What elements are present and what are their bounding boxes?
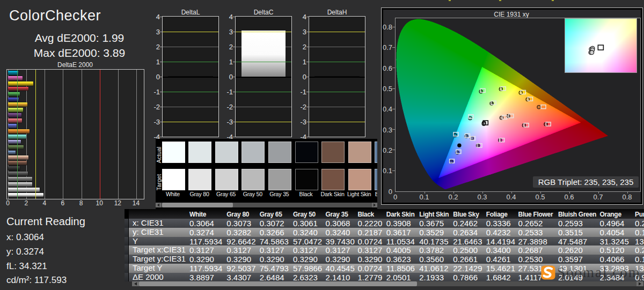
table-row-6[interactable]: Target Y117.593492.503775.479357.986640.…	[125, 264, 644, 273]
column-header-gray-50[interactable]: Gray 50	[292, 209, 325, 219]
table-cell: 0.3127	[325, 246, 357, 255]
patch-actual-gray-80[interactable]	[188, 142, 211, 163]
patch-target-blue-sky[interactable]	[375, 169, 377, 190]
column-header-purplish-blue[interactable]: Purplish Blue	[634, 209, 644, 219]
patch-actual-dark-skin[interactable]	[321, 142, 345, 163]
delta-bar	[241, 31, 286, 77]
patch-actual-black[interactable]	[295, 142, 318, 163]
patch-target-white[interactable]	[162, 169, 185, 190]
x-tick-label: 8	[79, 199, 83, 207]
strip-scrollbar-thumb[interactable]	[162, 203, 233, 207]
patch-target-gray-80[interactable]	[188, 169, 211, 190]
scroll-right-button[interactable]	[636, 281, 643, 286]
table-cell: 3.4307	[225, 273, 258, 281]
table-row-1[interactable]: x: CIE310.30640.30730.30720.30610.30680.…	[125, 219, 644, 228]
column-header-dark-skin[interactable]: Dark Skin	[385, 209, 419, 219]
patch-target-gray-50[interactable]	[241, 169, 265, 190]
column-header-orange[interactable]: Orange	[599, 209, 634, 219]
x-tick-label: 0	[6, 199, 10, 207]
y-tick	[160, 17, 163, 17]
delta-bar-zero	[314, 76, 360, 77]
table-row-2[interactable]: y: CIE310.32740.32820.32660.32400.32400.…	[125, 228, 644, 237]
current-reading-cdm2: cd/m²: 117.593	[6, 275, 67, 286]
column-header-gray-80[interactable]: Gray 80	[225, 209, 258, 219]
column-header-bluish-green[interactable]: Bluish Green	[557, 209, 599, 219]
table-cell: 0.3908	[385, 219, 419, 228]
patch-label: Dark Skin	[318, 191, 347, 197]
table-row-5[interactable]: Target y:CIE310.32900.32900.32900.32900.…	[125, 255, 644, 264]
patch-target-light-skin[interactable]	[348, 169, 371, 190]
patch-target-dark-skin[interactable]	[321, 169, 345, 190]
table-cell: 33.2893	[599, 264, 634, 273]
table-cell: 0.4066	[599, 255, 634, 264]
top-edge-dash	[449, 0, 451, 1]
triangle-left-icon	[132, 281, 139, 286]
table-cell: 0.3623	[385, 255, 419, 264]
y-tick-label: 0.4	[378, 105, 392, 113]
strip-scroll-right-button[interactable]	[372, 203, 377, 207]
patch-actual-gray-65[interactable]	[215, 142, 238, 163]
table-row-3[interactable]: Y117.593492.664274.586357.047239.74300.0…	[125, 237, 644, 246]
guide-line	[236, 107, 291, 107]
delta-chart-deltah	[309, 16, 365, 137]
table-cell: 0.3675	[418, 219, 452, 228]
y-tick-label: -2	[295, 103, 306, 111]
table-cell: 57.0472	[292, 237, 325, 246]
y-tick	[233, 77, 236, 77]
patch-target-black[interactable]	[295, 169, 318, 190]
y-tick-label: 0	[148, 73, 160, 81]
y-tick-label: 0.1	[378, 167, 392, 175]
x-tick	[482, 191, 483, 194]
y-tick	[160, 92, 163, 92]
column-header-light-skin[interactable]: Light Skin	[418, 209, 452, 219]
table-cell: 0.3290	[356, 255, 385, 264]
scroll-left-button[interactable]	[132, 281, 139, 286]
patch-target-gray-65[interactable]	[215, 169, 238, 190]
deltae-bar-gray-35	[8, 172, 28, 176]
column-header-white[interactable]: White	[188, 209, 225, 219]
patch-actual-gray-50[interactable]	[241, 142, 265, 163]
x-tick-label: 14	[133, 199, 140, 207]
patch-actual-blue-sky[interactable]	[375, 142, 377, 163]
patch-actual-light-skin[interactable]	[348, 142, 371, 163]
strip-scroll-left-button[interactable]	[156, 203, 161, 207]
guide-line	[35, 70, 36, 199]
table-cell: 2.1410	[325, 273, 357, 281]
y-tick	[160, 47, 163, 47]
table-row-4[interactable]: Target x:CIE310.31270.31270.31270.31270.…	[125, 246, 644, 255]
patch-target-gray-35[interactable]	[268, 169, 291, 190]
y-tick	[306, 107, 309, 107]
y-tick-label: -3	[148, 118, 160, 126]
y-tick	[160, 107, 163, 107]
column-header-blue-sky[interactable]: Blue Sky	[452, 209, 485, 219]
deltae-bar-yellow	[8, 81, 33, 86]
x-tick-label: 0.1	[419, 193, 429, 201]
deltae-bar-yellow-green	[8, 108, 23, 112]
scrollbar-thumb[interactable]	[139, 281, 417, 286]
patch-label: Blue Sky	[371, 191, 377, 197]
patch-label: Gray 35	[265, 191, 294, 197]
column-header-black[interactable]: Black	[356, 209, 385, 219]
deltae-bar-chart	[6, 69, 144, 199]
patch-actual-gray-35[interactable]	[268, 142, 291, 163]
deltae-bar-light-skin	[8, 155, 28, 160]
deltae-bar-purple	[8, 113, 21, 117]
table-cell: 0.4054	[599, 228, 634, 237]
column-header-gray-35[interactable]: Gray 35	[325, 209, 357, 219]
patch-label: Black	[292, 191, 320, 197]
column-header-gray-65[interactable]: Gray 65	[259, 209, 292, 219]
x-tick-label: 0	[393, 193, 397, 201]
deltae-bar-orange	[8, 129, 30, 133]
x-tick-label: 0.7	[593, 193, 603, 201]
y-tick-label: 1	[295, 58, 306, 66]
column-header-blue-flower[interactable]: Blue Flower	[517, 209, 557, 219]
guide-line	[163, 122, 218, 122]
current-reading-y: y: 0.3274	[6, 247, 44, 257]
guide-line	[163, 47, 218, 47]
column-header-foliage[interactable]: Foliage	[485, 209, 517, 219]
row-label: x: CIE31	[129, 219, 188, 228]
patch-actual-white[interactable]	[162, 142, 185, 163]
y-tick-label: 3	[148, 28, 160, 36]
table-row-7[interactable]: ΔE 20003.88973.43072.64842.63232.14101.2…	[125, 273, 644, 281]
row-label: Target y:CIE31	[129, 255, 188, 264]
